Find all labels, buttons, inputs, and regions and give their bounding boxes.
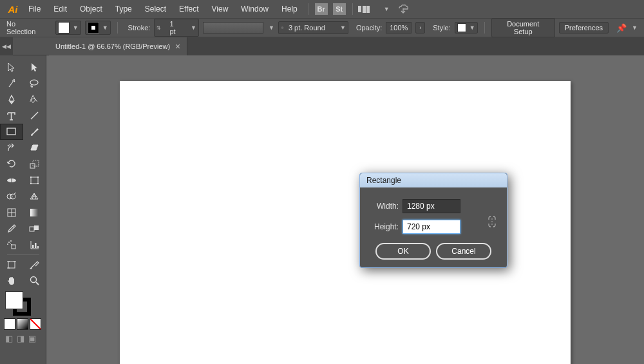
perspective-grid-tool[interactable]: [23, 188, 46, 204]
artboard-tool[interactable]: [0, 256, 23, 273]
symbol-sprayer-tool[interactable]: [0, 236, 23, 253]
color-mode-gradient[interactable]: [17, 318, 28, 330]
constrain-link-icon[interactable]: [488, 215, 497, 229]
canvas-area[interactable]: [46, 55, 644, 364]
arrange-docs-button[interactable]: [358, 5, 380, 14]
pin-icon[interactable]: 📌: [616, 23, 627, 33]
ok-button[interactable]: OK: [375, 243, 431, 260]
column-graph-tool[interactable]: [23, 236, 46, 253]
selection-status: No Selection: [6, 20, 46, 35]
hand-tool[interactable]: [0, 273, 23, 289]
svg-point-22: [8, 242, 10, 243]
preferences-button[interactable]: Preferences: [559, 22, 609, 34]
svg-rect-11: [30, 183, 32, 184]
tab-well: [13, 37, 49, 55]
menu-help[interactable]: Help: [276, 2, 303, 16]
svg-rect-9: [30, 177, 32, 178]
svg-rect-28: [35, 243, 37, 248]
free-transform-tool[interactable]: [23, 172, 46, 188]
line-segment-tool[interactable]: [23, 108, 46, 124]
height-field[interactable]: [402, 220, 460, 234]
fill-button[interactable]: ▼: [55, 21, 81, 35]
stroke-weight-field[interactable]: ⇅1 pt▼: [154, 19, 199, 37]
menu-effect[interactable]: Effect: [174, 2, 204, 16]
cancel-button[interactable]: Cancel: [436, 243, 491, 260]
draw-inside-icon[interactable]: ▣: [28, 334, 36, 343]
rotate-tool[interactable]: [0, 156, 23, 172]
chevron-down-icon[interactable]: ▼: [632, 24, 638, 31]
rectangle-dialog: Rectangle Width: Height: OK Cancel: [359, 173, 507, 268]
svg-rect-29: [37, 246, 39, 248]
app-logo-icon: Ai: [5, 3, 21, 15]
separator: [352, 3, 353, 15]
gpu-perf-icon[interactable]: [397, 5, 409, 14]
eyedropper-tool[interactable]: [0, 220, 23, 236]
fill-stroke-indicator[interactable]: [0, 289, 46, 317]
scale-tool[interactable]: [23, 156, 46, 172]
rectangle-tool[interactable]: [0, 124, 23, 140]
document-tab-title: Untitled-1 @ 66.67% (RGB/Preview): [55, 43, 170, 50]
document-tab[interactable]: Untitled-1 @ 66.67% (RGB/Preview) ×: [49, 37, 187, 55]
svg-line-35: [36, 282, 39, 285]
toggle-panels-icon[interactable]: ◀◀: [0, 43, 13, 50]
menu-edit[interactable]: Edit: [48, 2, 72, 16]
magic-wand-tool[interactable]: [0, 75, 23, 91]
bridge-button[interactable]: Br: [315, 3, 328, 15]
pen-tool[interactable]: [0, 91, 23, 108]
width-tool[interactable]: [0, 172, 23, 188]
menu-window[interactable]: Window: [236, 2, 274, 16]
eraser-tool[interactable]: [23, 140, 46, 156]
brush-def-button[interactable]: •3 pt. Round▼: [278, 21, 348, 34]
type-tool[interactable]: [0, 108, 23, 124]
mesh-tool[interactable]: [0, 204, 23, 220]
menu-object[interactable]: Object: [75, 2, 108, 16]
var-width-profile[interactable]: [203, 22, 263, 34]
lasso-tool[interactable]: [23, 75, 46, 91]
separator: [484, 22, 485, 34]
menu-select[interactable]: Select: [140, 2, 171, 16]
menu-view[interactable]: View: [207, 2, 234, 16]
color-mode-none[interactable]: [30, 318, 41, 330]
gradient-tool[interactable]: [23, 204, 46, 220]
curvature-tool[interactable]: [23, 91, 46, 108]
svg-rect-3: [7, 128, 15, 135]
svg-rect-8: [31, 177, 38, 184]
height-label: Height:: [369, 222, 399, 231]
draw-normal-icon[interactable]: ◧: [5, 334, 13, 343]
svg-rect-30: [8, 262, 15, 268]
dialog-title[interactable]: Rectangle: [360, 173, 507, 187]
screen-draw-modes: ◧ ◨ ▣: [0, 331, 46, 346]
color-mode-solid[interactable]: [4, 318, 15, 330]
zoom-tool[interactable]: [23, 273, 46, 289]
selection-tool[interactable]: [0, 59, 23, 75]
svg-rect-10: [37, 177, 39, 178]
slice-tool[interactable]: [23, 256, 46, 273]
stroke-button[interactable]: ▼: [85, 21, 111, 35]
style-label: Style:: [433, 24, 451, 32]
chevron-down-icon[interactable]: ▼: [384, 6, 390, 12]
svg-rect-18: [30, 209, 38, 216]
shape-builder-tool[interactable]: [0, 188, 23, 204]
svg-rect-20: [34, 225, 39, 230]
opacity-chevron[interactable]: ›: [415, 22, 425, 34]
close-tab-icon[interactable]: ×: [175, 41, 180, 52]
shaper-tool[interactable]: [0, 140, 23, 156]
direct-selection-tool[interactable]: [23, 59, 46, 75]
svg-point-0: [14, 79, 15, 81]
menu-type[interactable]: Type: [110, 2, 137, 16]
document-setup-button[interactable]: Document Setup: [491, 18, 555, 37]
chevron-down-icon[interactable]: ▼: [269, 24, 274, 31]
svg-rect-19: [30, 227, 34, 231]
width-label: Width:: [369, 202, 399, 211]
style-swatch[interactable]: ▼: [455, 22, 478, 34]
draw-behind-icon[interactable]: ◨: [17, 334, 24, 343]
width-field[interactable]: [402, 199, 460, 213]
paintbrush-tool[interactable]: [23, 124, 46, 140]
stroke-label: Stroke:: [128, 24, 151, 32]
fill-swatch[interactable]: [5, 291, 23, 309]
separator: [117, 22, 118, 34]
menu-file[interactable]: File: [23, 2, 46, 16]
stock-button[interactable]: St: [333, 3, 346, 15]
opacity-field[interactable]: 100%: [386, 22, 412, 34]
blend-tool[interactable]: [23, 220, 46, 236]
